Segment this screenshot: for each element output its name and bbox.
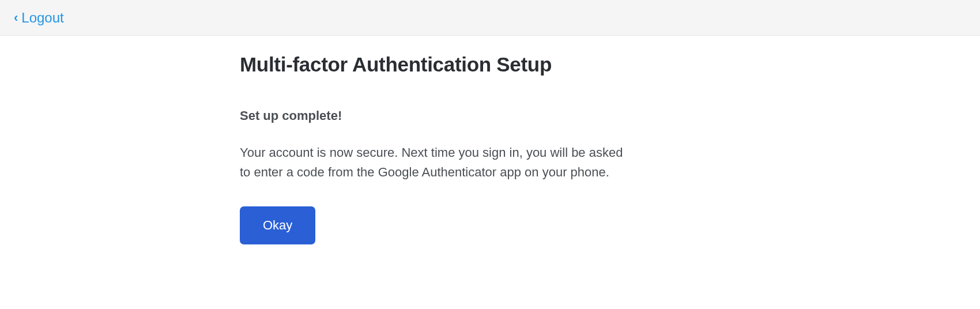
logout-link[interactable]: ‹ Logout: [14, 10, 64, 26]
okay-button[interactable]: Okay: [240, 206, 315, 244]
top-bar: ‹ Logout: [0, 0, 980, 36]
setup-complete-description: Your account is now secure. Next time yo…: [240, 143, 632, 182]
setup-complete-subtitle: Set up complete!: [240, 108, 666, 123]
main-content: Multi-factor Authentication Setup Set up…: [240, 36, 666, 244]
logout-label: Logout: [21, 10, 63, 26]
chevron-left-icon: ‹: [14, 12, 18, 24]
page-title: Multi-factor Authentication Setup: [240, 53, 666, 76]
